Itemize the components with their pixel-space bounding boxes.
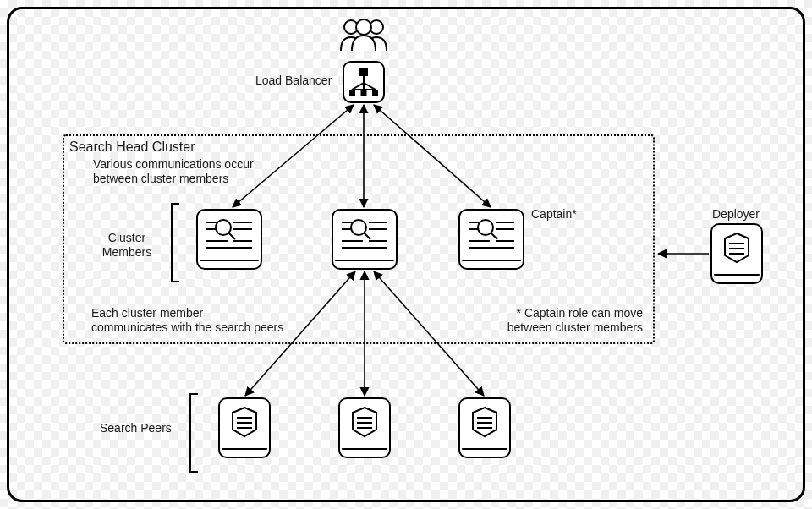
search-peers-bracket — [189, 393, 198, 473]
svg-line-20 — [228, 233, 235, 239]
cluster-box-title: Search Head Cluster — [69, 139, 195, 155]
svg-rect-10 — [361, 90, 367, 96]
cluster-member-1 — [196, 209, 262, 270]
cluster-members-label: Cluster Members — [93, 231, 161, 260]
svg-line-29 — [364, 233, 370, 239]
search-peers-label: Search Peers — [100, 421, 172, 435]
users-icon — [336, 17, 392, 51]
search-peer-2 — [338, 397, 391, 458]
cluster-member-3 — [458, 209, 524, 270]
cluster-members-bracket — [171, 203, 179, 282]
search-peer-3 — [458, 397, 511, 458]
captain-label: Captain* — [531, 207, 577, 222]
comm-note-label: Various communications occur between clu… — [93, 157, 254, 186]
svg-rect-11 — [372, 90, 378, 96]
search-peer-1 — [218, 397, 271, 458]
svg-point-2 — [356, 19, 371, 35]
each-member-note-label: Each cluster member communicates with th… — [91, 306, 283, 335]
load-balancer-label: Load Balancer — [255, 74, 332, 88]
svg-rect-9 — [349, 90, 355, 96]
svg-line-38 — [491, 233, 497, 239]
deployer-label: Deployer — [712, 207, 760, 222]
svg-rect-3 — [359, 68, 368, 76]
cluster-member-2 — [332, 209, 398, 270]
svg-line-7 — [364, 83, 376, 90]
svg-line-6 — [352, 83, 364, 90]
load-balancer-node — [343, 61, 385, 103]
deployer-node — [710, 223, 763, 284]
captain-note-label: * Captain role can move between cluster … — [474, 306, 643, 335]
